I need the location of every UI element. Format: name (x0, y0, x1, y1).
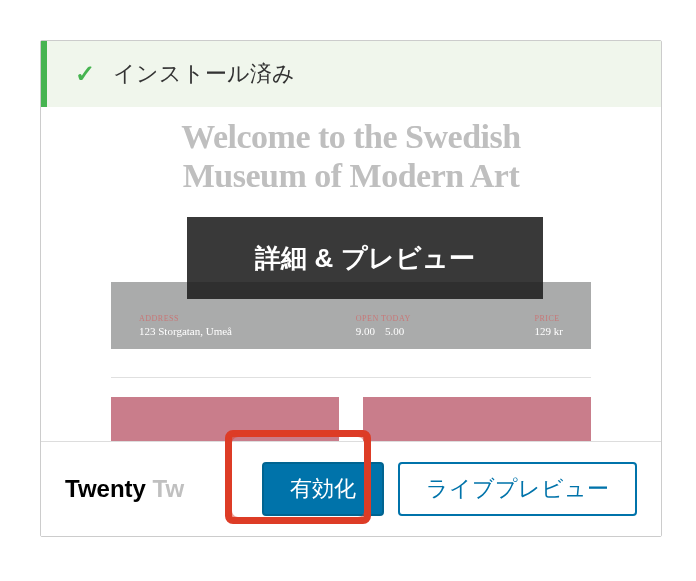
install-status-banner: ✓ インストール済み (41, 41, 661, 107)
live-preview-button[interactable]: ライブプレビュー (398, 462, 637, 516)
status-text: インストール済み (113, 59, 295, 89)
divider (111, 377, 591, 378)
preview-thumb (363, 397, 591, 441)
info-price: PRICE 129 kr (535, 314, 563, 337)
details-preview-button[interactable]: 詳細 & プレビュー (187, 217, 543, 299)
preview-thumb (111, 397, 339, 441)
checkmark-icon: ✓ (75, 60, 95, 88)
hero-title: Welcome to the Swedish Museum of Modern … (69, 117, 633, 195)
activate-button[interactable]: 有効化 (262, 462, 384, 516)
theme-card: ✓ インストール済み Welcome to the Swedish Museum… (40, 40, 662, 537)
theme-actions: Twenty Tw 有効化 ライブプレビュー (41, 441, 661, 536)
info-hours: OPEN TODAY 9.00 5.00 (356, 314, 411, 337)
theme-preview: Welcome to the Swedish Museum of Modern … (41, 107, 661, 441)
theme-title: Twenty Tw (65, 475, 248, 503)
info-address: ADDRESS 123 Storgatan, Umeå (139, 314, 232, 337)
preview-thumbnails (111, 397, 591, 441)
